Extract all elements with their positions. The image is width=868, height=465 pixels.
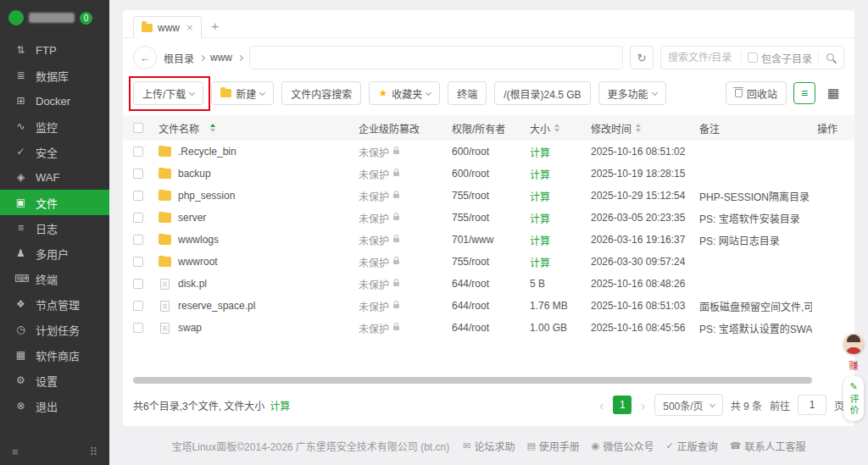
table-row[interactable]: php_session未保护755/root计算2025-10-29 15:12…	[123, 185, 854, 207]
horizontal-scrollbar[interactable]	[133, 377, 812, 384]
row-checkbox[interactable]	[133, 279, 143, 289]
footer-link[interactable]: ✉论坛求助	[463, 439, 515, 453]
sidebar-item-multiuser[interactable]: ♟多用户	[0, 241, 109, 266]
breadcrumb-item[interactable]: 根目录	[164, 51, 194, 65]
search-input[interactable]	[661, 52, 741, 64]
breadcrumb-item[interactable]: www	[210, 52, 232, 64]
tamper-protect-status[interactable]: 未保护	[359, 233, 389, 247]
file-name[interactable]: wwwlogs	[178, 234, 219, 246]
tamper-protect-status[interactable]: 未保护	[359, 189, 389, 203]
terminal-button[interactable]: 终端	[448, 81, 487, 105]
tamper-protect-status[interactable]: 未保护	[359, 321, 389, 335]
sort-icon[interactable]	[636, 124, 641, 132]
row-checkbox[interactable]	[133, 213, 143, 223]
refresh-button[interactable]: ↻	[630, 46, 654, 69]
table-row[interactable]: backup未保护600/root计算2025-10-19 18:28:15	[123, 163, 854, 185]
row-checkbox[interactable]	[133, 191, 143, 201]
sidebar-item-settings[interactable]: ⚙设置	[0, 368, 109, 393]
table-row[interactable]: reserve_space.pl未保护644/root1.76 MB2025-1…	[123, 295, 854, 317]
calculate-size-link[interactable]: 计算	[530, 233, 550, 247]
content-search-button[interactable]: 文件内容搜索	[281, 81, 361, 105]
grid-menu-icon[interactable]: ⠿	[89, 446, 97, 458]
next-page-button[interactable]: ›	[639, 398, 647, 412]
current-page-button[interactable]: 1	[613, 396, 632, 414]
table-row[interactable]: server未保护755/root计算2026-03-05 20:23:35PS…	[123, 207, 854, 229]
search-button[interactable]	[819, 53, 843, 64]
file-name[interactable]: .Recycle_bin	[178, 146, 236, 158]
file-name[interactable]: php_session	[178, 190, 235, 202]
notification-badge[interactable]: 0	[80, 12, 92, 25]
support-avatar[interactable]	[843, 334, 864, 354]
sidebar-item-ftp[interactable]: ⇅FTP	[0, 37, 109, 63]
sort-icon[interactable]	[554, 124, 559, 132]
sidebar-item-terminal[interactable]: ⌨终端	[0, 266, 109, 291]
footer-link[interactable]: ✓正版查询	[665, 439, 717, 453]
footer-link[interactable]: ☎联系人工客服	[730, 439, 806, 453]
sidebar-item-waf[interactable]: ◈WAF	[0, 164, 109, 190]
row-checkbox[interactable]	[133, 147, 143, 157]
sidebar-item-appstore[interactable]: ▦软件商店	[0, 342, 109, 368]
calculate-size-link[interactable]: 计算	[530, 189, 550, 203]
file-name[interactable]: disk.pl	[178, 278, 207, 290]
sidebar-item-database[interactable]: ≣数据库	[0, 63, 109, 88]
include-subdir-toggle[interactable]: 包含子目录	[742, 51, 818, 65]
collapse-menu-icon[interactable]: ≡	[12, 446, 19, 458]
column-header-label[interactable]: 大小	[530, 121, 550, 136]
calculate-size-link[interactable]: 计算	[530, 145, 550, 159]
file-name[interactable]: swap	[178, 322, 202, 334]
table-row[interactable]: disk.pl未保护644/root5 B2025-10-16 08:48:26	[123, 273, 854, 295]
upload-download-button[interactable]: 上传/下载	[133, 81, 203, 105]
new-button[interactable]: 新建	[211, 81, 274, 105]
row-checkbox[interactable]	[133, 323, 143, 333]
row-checkbox[interactable]	[133, 169, 143, 179]
rate-widget[interactable]: ✎ 评价	[843, 376, 864, 421]
column-header-label[interactable]: 修改时间	[591, 121, 632, 136]
file-name[interactable]: server	[178, 212, 206, 224]
row-checkbox[interactable]	[133, 301, 143, 311]
footer-link[interactable]: ◉微信公众号	[592, 439, 654, 453]
sidebar-item-logout[interactable]: ⊗退出	[0, 393, 109, 418]
earn-label[interactable]: 赚	[849, 358, 859, 372]
sidebar-item-logs[interactable]: ≡日志	[0, 215, 109, 241]
sidebar-item-nodes[interactable]: ❖节点管理	[0, 291, 109, 317]
select-all-checkbox[interactable]	[133, 123, 143, 133]
tamper-protect-status[interactable]: 未保护	[359, 255, 389, 269]
new-tab-button[interactable]: +	[205, 15, 225, 36]
list-view-toggle[interactable]: ≡	[793, 82, 815, 104]
row-checkbox[interactable]	[133, 235, 143, 245]
sidebar-item-monitor[interactable]: ∿监控	[0, 113, 109, 139]
page-size-select[interactable]: 500条/页	[654, 394, 722, 416]
sidebar-item-security[interactable]: ✓安全	[0, 139, 109, 164]
grid-view-toggle[interactable]: ▦	[822, 82, 844, 104]
file-name[interactable]: backup	[178, 168, 211, 180]
column-header-label[interactable]: 文件名称	[159, 121, 199, 136]
disk-usage-button[interactable]: /(根目录)24.5 GB	[494, 81, 590, 105]
table-row[interactable]: swap未保护644/root1.00 GB2025-10-16 08:45:5…	[123, 317, 854, 339]
tab-www[interactable]: www ×	[133, 16, 202, 38]
file-name[interactable]: reserve_space.pl	[178, 300, 255, 312]
favorites-button[interactable]: ★收藏夹	[369, 81, 440, 105]
recycle-bin-button[interactable]: 回收站	[726, 81, 787, 105]
tamper-protect-status[interactable]: 未保护	[359, 167, 389, 181]
tamper-protect-status[interactable]: 未保护	[359, 145, 389, 159]
tamper-protect-status[interactable]: 未保护	[359, 277, 389, 291]
tamper-protect-status[interactable]: 未保护	[359, 211, 389, 225]
footer-link[interactable]: ▤使用手册	[526, 439, 579, 453]
calculate-size-link[interactable]: 计算	[530, 211, 550, 225]
close-tab-icon[interactable]: ×	[186, 21, 193, 34]
calculate-size-link[interactable]: 计算	[530, 167, 550, 181]
sidebar-item-cron[interactable]: ◷计划任务	[0, 317, 109, 342]
more-button[interactable]: 更多功能	[598, 81, 666, 105]
table-row[interactable]: wwwroot未保护755/root计算2026-03-30 09:57:24	[123, 251, 854, 273]
table-row[interactable]: .Recycle_bin未保护600/root计算2025-10-16 08:5…	[123, 141, 854, 163]
calculate-total-link[interactable]: 计算	[270, 398, 290, 412]
include-subdir-checkbox[interactable]	[748, 53, 758, 63]
panel-logo[interactable]: 0	[0, 0, 109, 34]
row-checkbox[interactable]	[133, 257, 143, 267]
goto-page-input[interactable]	[798, 395, 826, 415]
sidebar-item-docker[interactable]: ⊞Docker	[0, 88, 109, 113]
sort-icon[interactable]	[210, 124, 215, 132]
calculate-size-link[interactable]: 计算	[530, 255, 550, 269]
file-name[interactable]: wwwroot	[178, 256, 218, 268]
table-row[interactable]: wwwlogs未保护701/www计算2026-03-16 19:16:37PS…	[123, 229, 854, 251]
